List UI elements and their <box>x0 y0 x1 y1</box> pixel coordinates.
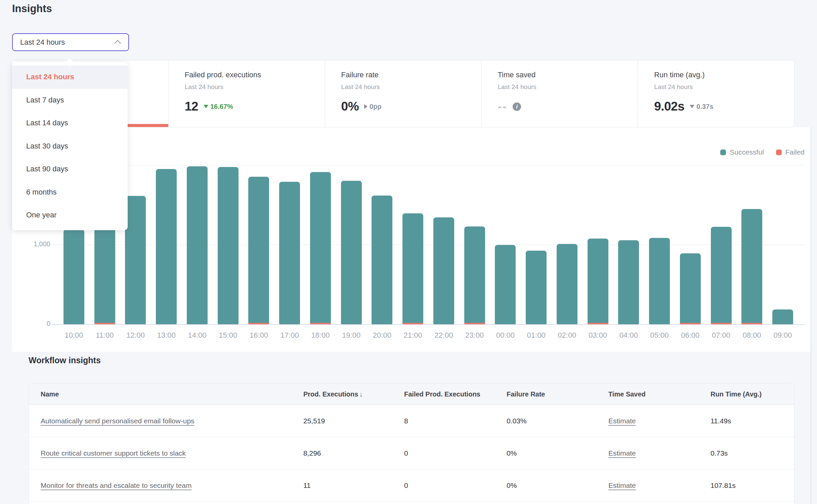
bar-15:00 <box>218 167 239 324</box>
column-header-run-time-avg-[interactable]: Run Time (Avg.) <box>711 383 762 405</box>
legend-item-successful[interactable]: Successful <box>720 148 764 156</box>
workflow-name-link[interactable]: Automatically send personalised email fo… <box>41 417 195 425</box>
cell-run_time_avg: 11.49s <box>711 405 731 437</box>
page-title: Insights <box>12 3 52 15</box>
bar-successful-segment <box>402 213 423 323</box>
metric-card-failure-rate[interactable]: Failure rateLast 24 hours0%0pp <box>325 60 481 127</box>
cell-failed_prod_executions: 0 <box>404 469 408 502</box>
workflow-insights-heading: Workflow insights <box>29 355 101 365</box>
metric-card-value: 9.02s <box>654 99 684 114</box>
bar-successful-segment <box>711 227 732 323</box>
metric-card-subtitle: Last 24 hours <box>654 83 794 91</box>
y-axis-label-0: 0 <box>12 320 50 328</box>
menu-item-6-months[interactable]: 6 months <box>12 181 128 204</box>
x-axis-label-06:00: 06:00 <box>675 331 706 340</box>
cell-run_time_avg: 107.81s <box>711 469 736 502</box>
bar-00:00 <box>495 245 516 324</box>
x-axis-label-13:00: 13:00 <box>151 331 182 340</box>
bar-failed-segment <box>464 323 485 324</box>
workflow-name-link[interactable]: Monitor for threats and escalate to secu… <box>41 481 191 489</box>
table-row: Automatically send personalised email fo… <box>29 405 794 437</box>
cell-failure_rate: 0.03% <box>507 405 527 437</box>
estimate-link[interactable]: Estimate <box>608 481 636 489</box>
bar-09:00 <box>772 309 793 324</box>
legend-swatch-icon <box>720 150 726 155</box>
column-header-name[interactable]: Name <box>41 383 59 405</box>
menu-item-last-90-days[interactable]: Last 90 days <box>12 158 128 181</box>
triangle-down-icon <box>690 105 694 108</box>
metric-card-run-time-avg[interactable]: Run time (avg.)Last 24 hours9.02s0.37s <box>638 60 794 127</box>
bar-08:00 <box>741 209 762 324</box>
x-axis-label-05:00: 05:00 <box>644 331 675 340</box>
sort-descending-icon: ↓ <box>359 390 362 398</box>
metric-card-title: Run time (avg.) <box>654 71 794 79</box>
bar-10:00 <box>63 229 84 324</box>
bar-04:00 <box>618 240 639 324</box>
bar-successful-segment <box>680 253 701 323</box>
bar-failed-segment <box>94 323 115 324</box>
bar-successful-segment <box>125 196 146 324</box>
estimate-link[interactable]: Estimate <box>608 449 636 457</box>
column-header-prod-executions[interactable]: Prod. Executions↓ <box>303 383 362 405</box>
estimate-link[interactable]: Estimate <box>608 417 636 425</box>
cell-time_saved: Estimate <box>608 437 636 469</box>
column-header-failed-prod-executions[interactable]: Failed Prod. Executions <box>404 383 480 405</box>
bar-20:00 <box>372 196 392 324</box>
panel-right-divider <box>811 127 811 504</box>
gridline-0 <box>52 324 805 325</box>
cell-prod_executions: 8,296 <box>303 437 321 469</box>
x-axis-label-07:00: 07:00 <box>706 331 737 340</box>
metric-card-delta: 16.67% <box>204 103 233 111</box>
x-axis-label-04:00: 04:00 <box>613 331 644 340</box>
x-axis-label-00:00: 00:00 <box>490 331 521 340</box>
gridline-2,000 <box>52 165 805 165</box>
bar-successful-segment <box>156 169 177 324</box>
time-range-select[interactable]: Last 24 hours <box>12 33 129 51</box>
legend-swatch-icon <box>776 150 782 155</box>
metric-card-delta-text: 0.37s <box>696 103 713 111</box>
table-header-row: NameProd. Executions↓Failed Prod. Execut… <box>29 383 794 405</box>
legend-item-failed[interactable]: Failed <box>776 148 805 156</box>
metric-card-time-saved[interactable]: Time savedLast 24 hours--i <box>481 60 638 127</box>
bar-13:00 <box>156 169 177 324</box>
table-row: Monitor for threats and escalate to secu… <box>29 469 794 502</box>
x-axis-label-10:00: 10:00 <box>58 331 89 340</box>
x-axis-label-19:00: 19:00 <box>336 331 367 340</box>
x-axis-label-22:00: 22:00 <box>428 331 459 340</box>
metric-card-value-row: --i <box>498 99 638 114</box>
workflow-name-link[interactable]: Route critical customer support tickets … <box>41 449 186 457</box>
x-axis-label-01:00: 01:00 <box>521 331 552 340</box>
bar-successful-segment <box>187 166 208 324</box>
column-header-time-saved[interactable]: Time Saved <box>608 383 646 405</box>
cell-time_saved: Estimate <box>608 469 636 502</box>
cell-name: Route critical customer support tickets … <box>41 437 186 469</box>
chevron-up-icon <box>114 40 121 46</box>
info-icon[interactable]: i <box>513 102 521 111</box>
bar-successful-segment <box>588 239 608 323</box>
x-axis-label-11:00: 11:00 <box>89 331 120 340</box>
metric-card-subtitle: Last 24 hours <box>185 83 325 91</box>
metric-card-failed-prod-executions[interactable]: Failed prod. executionsLast 24 hours1216… <box>168 60 325 127</box>
menu-item-last-7-days[interactable]: Last 7 days <box>12 89 128 112</box>
bar-successful-segment <box>495 245 516 324</box>
metric-card-delta: 0pp <box>364 103 382 111</box>
insights-page: Insights Last 24 hours Failed prod. exec… <box>0 0 817 504</box>
bar-06:00 <box>680 253 701 324</box>
menu-item-last-14-days[interactable]: Last 14 days <box>12 112 128 135</box>
bar-failed-segment <box>680 323 701 324</box>
cell-failed_prod_executions: 8 <box>404 405 408 437</box>
menu-item-last-24-hours[interactable]: Last 24 hours <box>12 66 128 89</box>
menu-item-last-30-days[interactable]: Last 30 days <box>12 135 128 158</box>
bar-successful-segment <box>772 309 793 324</box>
x-axis-label-21:00: 21:00 <box>397 331 428 340</box>
metric-card-delta-text: 16.67% <box>210 103 233 111</box>
menu-item-one-year[interactable]: One year <box>12 204 128 227</box>
cell-prod_executions: 11 <box>303 469 311 502</box>
time-range-select-value: Last 24 hours <box>20 38 65 47</box>
executions-bar-chart: SuccessfulFailed 01,0002,00010:0011:0012… <box>12 127 811 352</box>
metric-card-value: 12 <box>185 99 198 114</box>
column-header-failure-rate[interactable]: Failure Rate <box>507 383 545 405</box>
bar-23:00 <box>464 226 485 324</box>
bar-successful-segment <box>218 167 239 324</box>
x-axis-label-18:00: 18:00 <box>305 331 336 340</box>
